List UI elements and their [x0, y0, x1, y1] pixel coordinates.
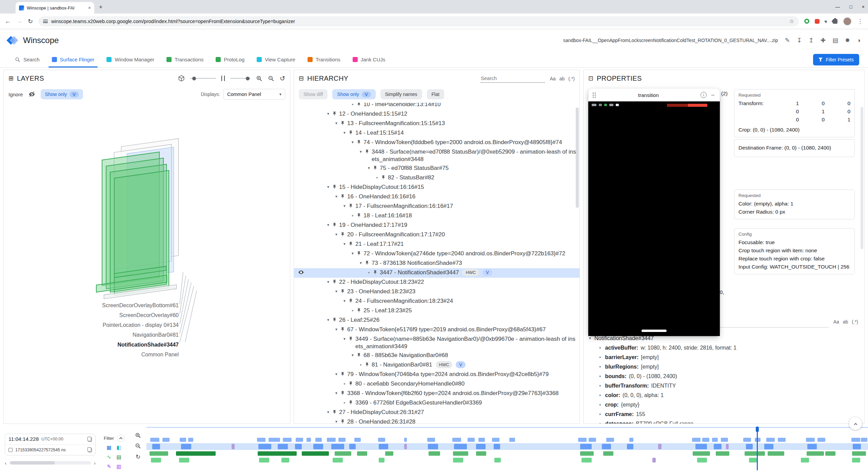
tree-node[interactable]: ▼28 - OneHanded:26:31#28: [294, 417, 579, 424]
dialog-minimize-icon[interactable]: –: [710, 92, 716, 98]
hierarchy-scrollbar[interactable]: [576, 107, 579, 208]
tab-transitions[interactable]: Transitions: [301, 52, 347, 67]
pin-icon[interactable]: [340, 288, 347, 296]
pin-icon[interactable]: [340, 418, 347, 424]
expand-arrow-icon[interactable]: ▼: [357, 259, 364, 267]
protolog-trace-icon[interactable]: ▤: [114, 453, 123, 461]
surface-flinger-trace-icon[interactable]: ▦: [104, 443, 114, 452]
pin-icon[interactable]: [340, 390, 347, 398]
pin-icon[interactable]: [340, 193, 347, 201]
spacing-slider[interactable]: [230, 78, 251, 79]
match-word-icon[interactable]: ab: [559, 76, 565, 81]
tree-node[interactable]: ▼16 - OneHanded:16:16#16: [294, 192, 579, 202]
expand-arrow-icon[interactable]: ▼: [357, 148, 364, 156]
expand-arrow-icon[interactable]: ▼: [349, 139, 356, 146]
scroll-to-top-button[interactable]: [849, 417, 862, 430]
pin-icon[interactable]: [340, 120, 347, 128]
zoom-out-icon[interactable]: [135, 443, 141, 449]
match-case-icon[interactable]: Aa: [550, 76, 556, 81]
minimize-icon[interactable]: —: [835, 4, 840, 9]
pin-icon[interactable]: [364, 361, 372, 369]
tree-node[interactable]: •18 - Leaf:16:16#18: [294, 211, 579, 221]
reset-view-icon[interactable]: ↺: [280, 75, 285, 82]
timeline-scrollbar[interactable]: [9, 461, 91, 465]
tab-view-capture[interactable]: View Capture: [251, 52, 301, 67]
tree-node[interactable]: ▼27 - HideDisplayCutout:26:31#27: [294, 408, 579, 417]
page-right-icon[interactable]: ›: [94, 460, 96, 466]
chip-show-diff[interactable]: Show diff: [299, 89, 328, 99]
tab-surface-flinger[interactable]: Surface Flinger: [46, 52, 101, 67]
zoom-in-icon[interactable]: [135, 432, 141, 438]
pin-icon[interactable]: [356, 250, 363, 258]
regex-icon[interactable]: (.*): [852, 319, 858, 324]
pin-icon[interactable]: [332, 221, 339, 230]
property-item[interactable]: •bufferTransform:IDENTITY: [584, 381, 864, 391]
chip-simplify-names[interactable]: Simplify names: [380, 89, 422, 99]
cujs-trace-icon[interactable]: ▥: [114, 462, 123, 471]
pin-icon[interactable]: [373, 269, 380, 277]
bookmark-star-icon[interactable]: ☆: [789, 18, 794, 24]
expand-arrow-icon[interactable]: ▼: [588, 336, 592, 340]
expand-arrow-icon[interactable]: ▼: [333, 231, 340, 238]
filter-presets-button[interactable]: Filter Presets: [813, 54, 859, 65]
tree-node[interactable]: ▼75 - ed70f88 StatusBar#75: [294, 164, 579, 173]
timeline-track-surface-flinger[interactable]: [146, 437, 868, 442]
pin-icon[interactable]: [332, 110, 339, 118]
scrollbar-thumb[interactable]: [10, 461, 55, 465]
pin-icon[interactable]: [373, 164, 380, 173]
reload-icon[interactable]: ↻: [28, 18, 33, 25]
upload-icon[interactable]: ↥: [809, 37, 814, 44]
expand-arrow-icon[interactable]: ▼: [341, 129, 348, 137]
chip-flat[interactable]: Flat: [427, 89, 444, 99]
tree-node[interactable]: •10 - ImePlaceholder:13:14#10: [294, 103, 579, 110]
visibility-off-icon[interactable]: [28, 91, 35, 98]
expand-arrow-icon[interactable]: ▼: [324, 221, 332, 229]
pin-icon[interactable]: [356, 307, 363, 315]
match-case-icon[interactable]: Aa: [833, 319, 839, 324]
extension-red-icon[interactable]: [815, 19, 820, 24]
property-item[interactable]: •dataspace:BT709 sRGB Full range: [584, 419, 864, 424]
tree-node[interactable]: ▼13 - FullscreenMagnification:15:15#13: [294, 119, 579, 129]
close-icon[interactable]: ×: [862, 4, 865, 9]
transactions-trace-icon[interactable]: ∿: [104, 453, 114, 461]
tree-node[interactable]: ▼15 - HideDisplayCutout:16:16#15: [294, 183, 579, 192]
expand-arrow-icon[interactable]: ▼: [365, 164, 373, 172]
download-icon[interactable]: ↧: [797, 37, 802, 44]
timeline-track-transactions[interactable]: [146, 451, 868, 456]
extension-cursor-icon[interactable]: [824, 19, 828, 23]
cross-tool-icon[interactable]: ✚: [821, 37, 826, 44]
show-only-visible-chip[interactable]: Show only V: [41, 89, 83, 99]
tree-node[interactable]: •3447 - NotificationShade#3447HWCV: [294, 268, 579, 278]
pin-icon[interactable]: [364, 259, 372, 268]
pin-icon[interactable]: [348, 297, 355, 306]
tree-node[interactable]: ▼67 - WindowToken{e5176f9 type=2019 andr…: [294, 325, 579, 335]
expand-arrow-icon[interactable]: ▼: [324, 278, 332, 286]
back-icon[interactable]: ←: [5, 18, 11, 25]
extension-green-icon[interactable]: [804, 19, 809, 24]
timeline-tracks[interactable]: [146, 427, 868, 472]
tree-node[interactable]: ▼68 - 885b63e NavigationBar0#68: [294, 351, 579, 360]
expand-arrow-icon[interactable]: ▼: [341, 240, 348, 248]
hierarchy-search-input[interactable]: [480, 74, 545, 83]
zoom-in-icon[interactable]: [256, 75, 262, 82]
pin-icon[interactable]: [348, 240, 355, 249]
visibility-icon[interactable]: [298, 269, 304, 277]
transition-dialog[interactable]: transition i –: [588, 88, 720, 336]
timeline-track-ime[interactable]: [146, 457, 868, 463]
pin-icon[interactable]: [356, 352, 363, 360]
tab-jank-cujs[interactable]: Jank CUJs: [347, 52, 392, 67]
pin-icon[interactable]: [356, 212, 363, 220]
url-bar[interactable]: winscope.teams.x20web.corp.google.com/pr…: [38, 16, 799, 26]
pin-icon[interactable]: [356, 103, 363, 109]
tree-node[interactable]: ▼23 - OneHanded:18:23#23: [294, 287, 579, 297]
tree-node[interactable]: ▼3368 - WindowToken{f6b2f60 type=2024 an…: [294, 389, 579, 398]
pin-icon[interactable]: [348, 335, 355, 343]
tree-node[interactable]: ▼79 - WindowToken{7046b4a type=2024 andr…: [294, 370, 579, 379]
tab-window-manager[interactable]: Window Manager: [100, 52, 160, 67]
pin-icon[interactable]: [332, 183, 339, 192]
tab-search[interactable]: Search: [9, 52, 46, 67]
expand-arrow-icon[interactable]: ▼: [341, 297, 348, 305]
expand-arrow-icon[interactable]: ▼: [333, 418, 340, 424]
displays-select[interactable]: Common Panel ▾: [223, 89, 285, 100]
drag-handle-icon[interactable]: [592, 92, 596, 98]
